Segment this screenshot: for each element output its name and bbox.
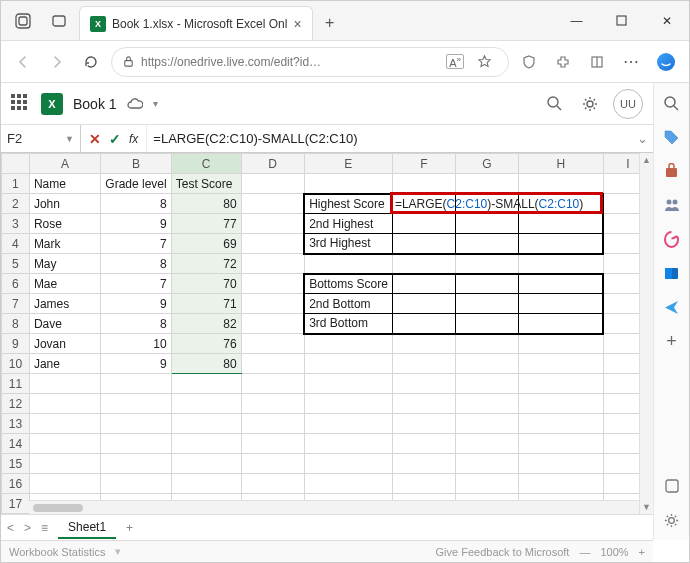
cell[interactable] — [519, 474, 604, 494]
reader-icon[interactable]: A» — [446, 54, 464, 70]
sidebar-send-icon[interactable] — [662, 297, 682, 317]
prev-sheet-icon[interactable]: < — [7, 521, 14, 535]
cell[interactable] — [519, 174, 604, 194]
cell[interactable]: 10 — [101, 334, 171, 354]
cell[interactable] — [392, 434, 455, 454]
cell[interactable] — [304, 434, 392, 454]
select-all-corner[interactable] — [2, 154, 30, 174]
cell[interactable] — [241, 194, 304, 214]
cell[interactable] — [519, 414, 604, 434]
cell[interactable] — [304, 254, 392, 274]
favorite-icon[interactable] — [470, 48, 498, 76]
cell[interactable] — [455, 174, 518, 194]
cell[interactable] — [392, 454, 455, 474]
settings-menu-icon[interactable]: ⋯ — [617, 48, 645, 76]
sidebar-people-icon[interactable] — [662, 195, 682, 215]
cell[interactable] — [455, 334, 518, 354]
cell[interactable] — [455, 254, 518, 274]
cell[interactable]: 9 — [101, 354, 171, 374]
zoom-level[interactable]: 100% — [600, 546, 628, 558]
cell[interactable]: Highest Score — [304, 194, 392, 214]
cell[interactable] — [519, 434, 604, 454]
new-tab-button[interactable]: + — [313, 6, 347, 40]
extensions-icon[interactable] — [549, 48, 577, 76]
cell[interactable]: 2nd Bottom — [304, 294, 392, 314]
cell[interactable]: 8 — [101, 194, 171, 214]
cell[interactable] — [304, 174, 392, 194]
row-header[interactable]: 14 — [2, 434, 30, 454]
window-maximize-button[interactable] — [599, 1, 644, 41]
search-icon[interactable] — [541, 91, 567, 117]
cloud-saved-icon[interactable] — [127, 98, 143, 110]
scroll-up-icon[interactable]: ▲ — [640, 153, 653, 167]
cell[interactable] — [171, 454, 241, 474]
feedback-button[interactable]: Give Feedback to Microsoft — [436, 546, 570, 558]
cell[interactable] — [455, 374, 518, 394]
confirm-formula-icon[interactable]: ✓ — [109, 131, 121, 147]
cell[interactable] — [455, 474, 518, 494]
cancel-formula-icon[interactable]: ✕ — [89, 131, 101, 147]
cell[interactable]: 9 — [101, 214, 171, 234]
cell[interactable] — [241, 354, 304, 374]
cell[interactable] — [29, 474, 100, 494]
security-icon[interactable] — [515, 48, 543, 76]
row-header[interactable]: 17 — [2, 494, 30, 514]
window-minimize-button[interactable]: — — [554, 1, 599, 41]
grid-table[interactable]: A B C D E F G H I 1 Name Grade level Tes… — [1, 153, 653, 514]
settings-gear-icon[interactable] — [577, 91, 603, 117]
cell[interactable] — [455, 454, 518, 474]
cell[interactable]: James — [29, 294, 100, 314]
col-header[interactable]: E — [304, 154, 392, 174]
cell[interactable] — [455, 314, 518, 334]
tab-actions-icon[interactable] — [45, 7, 73, 35]
cell[interactable]: Jovan — [29, 334, 100, 354]
col-header[interactable]: B — [101, 154, 171, 174]
zoom-in-button[interactable]: + — [639, 546, 645, 558]
cell[interactable] — [29, 454, 100, 474]
cell[interactable]: Mae — [29, 274, 100, 294]
next-sheet-icon[interactable]: > — [24, 521, 31, 535]
row-header[interactable]: 4 — [2, 234, 30, 254]
row-header[interactable]: 15 — [2, 454, 30, 474]
cell[interactable] — [455, 294, 518, 314]
cell[interactable] — [455, 434, 518, 454]
cell[interactable] — [241, 254, 304, 274]
cell[interactable] — [241, 174, 304, 194]
cell[interactable] — [241, 234, 304, 254]
cell[interactable] — [101, 414, 171, 434]
row-header[interactable]: 13 — [2, 414, 30, 434]
cell[interactable] — [241, 214, 304, 234]
cell[interactable]: 71 — [171, 294, 241, 314]
cell[interactable]: Rose — [29, 214, 100, 234]
cell[interactable] — [101, 474, 171, 494]
cell[interactable] — [101, 394, 171, 414]
cell[interactable] — [171, 414, 241, 434]
scroll-down-icon[interactable]: ▼ — [640, 500, 653, 514]
active-cell[interactable]: =LARGE(C2:C10)-SMALL(C2:C10) — [392, 194, 455, 214]
browser-tab[interactable]: X Book 1.xlsx - Microsoft Excel Onl × — [79, 6, 313, 40]
row-header[interactable]: 16 — [2, 474, 30, 494]
cell[interactable] — [519, 294, 604, 314]
back-icon[interactable] — [9, 48, 37, 76]
cell[interactable] — [241, 374, 304, 394]
cell[interactable] — [392, 314, 455, 334]
row-header[interactable]: 6 — [2, 274, 30, 294]
cell[interactable] — [304, 334, 392, 354]
col-header[interactable]: A — [29, 154, 100, 174]
cell[interactable] — [241, 474, 304, 494]
cell[interactable]: Grade level — [101, 174, 171, 194]
cell[interactable] — [241, 334, 304, 354]
cell[interactable]: Name — [29, 174, 100, 194]
cell[interactable]: 82 — [171, 314, 241, 334]
col-header[interactable]: H — [519, 154, 604, 174]
cell[interactable] — [392, 414, 455, 434]
cell[interactable] — [171, 394, 241, 414]
cell[interactable] — [392, 334, 455, 354]
document-name[interactable]: Book 1 — [73, 96, 117, 112]
sheet-tab-active[interactable]: Sheet1 — [58, 517, 116, 539]
col-header[interactable]: G — [455, 154, 518, 174]
app-launcher-icon[interactable] — [11, 94, 31, 114]
address-bar[interactable]: https://onedrive.live.com/edit?id… A» — [111, 47, 509, 77]
cell[interactable] — [392, 274, 455, 294]
cell[interactable] — [392, 214, 455, 234]
